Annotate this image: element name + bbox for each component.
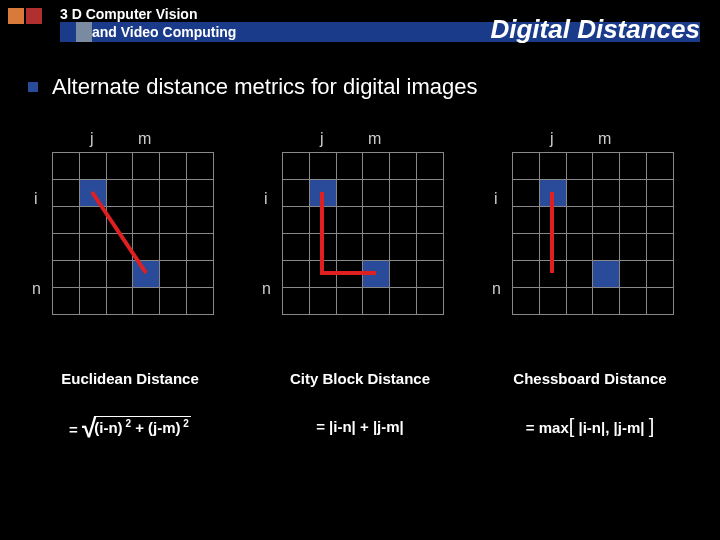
euclidean-formula: = √ (i-n) 2 + (j-m) 2	[30, 416, 230, 438]
chessboard-name: Chessboard Distance	[490, 370, 690, 387]
label-i: i	[34, 190, 38, 208]
course-title-line2: and Video Computing	[92, 24, 236, 40]
formulas-row: = √ (i-n) 2 + (j-m) 2 = |i-n| + |j-m| = …	[30, 415, 690, 438]
sqrt-icon: √ (i-n) 2 + (j-m) 2	[82, 416, 191, 437]
bullet-icon	[28, 82, 38, 92]
label-n: n	[262, 280, 271, 298]
formula-prefix: = max	[526, 419, 569, 436]
header-accent	[76, 22, 92, 42]
chessboard-formula: = max[ |i-n|, |j-m| ]	[490, 415, 690, 438]
formula-mid: |i-n|, |j-m|	[574, 419, 648, 436]
label-m: m	[138, 130, 151, 148]
label-n: n	[492, 280, 501, 298]
grid-cityblock: j m i n	[260, 130, 460, 320]
decorative-squares	[8, 8, 44, 28]
cityblock-formula: = |i-n| + |j-m|	[260, 418, 460, 435]
cityblock-name: City Block Distance	[260, 370, 460, 387]
grid	[282, 152, 444, 314]
grid	[512, 152, 674, 314]
bullet-text: Alternate distance metrics for digital i…	[52, 74, 478, 100]
square-icon	[26, 8, 42, 24]
label-m: m	[598, 130, 611, 148]
course-title-line1: 3 D Computer Vision	[60, 6, 197, 22]
label-j: j	[90, 130, 94, 148]
bracket-right: ]	[649, 415, 655, 437]
euclidean-name: Euclidean Distance	[30, 370, 230, 387]
slide-title: Digital Distances	[490, 14, 700, 45]
label-n: n	[32, 280, 41, 298]
bullet-row: Alternate distance metrics for digital i…	[28, 74, 478, 100]
metric-names-row: Euclidean Distance City Block Distance C…	[30, 370, 690, 387]
grid	[52, 152, 214, 314]
grid-chessboard: j m i n	[490, 130, 690, 320]
label-m: m	[368, 130, 381, 148]
grids-row: j m i n j m i n	[30, 130, 690, 320]
label-j: j	[550, 130, 554, 148]
label-j: j	[320, 130, 324, 148]
label-i: i	[264, 190, 268, 208]
square-icon	[8, 8, 24, 24]
formula-eq: =	[69, 421, 78, 438]
label-i: i	[494, 190, 498, 208]
grid-euclidean: j m i n	[30, 130, 230, 320]
